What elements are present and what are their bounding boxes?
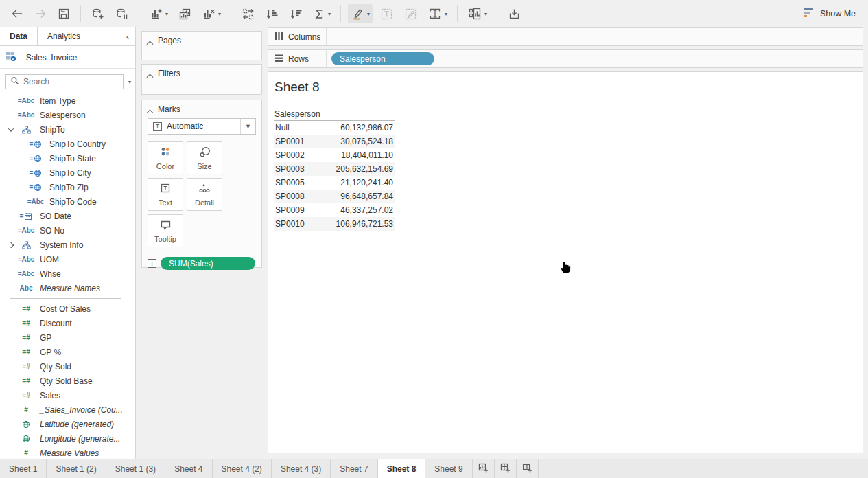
new-dashboard-tab-button[interactable] [495, 459, 517, 478]
globe-eq-icon: = [25, 140, 47, 148]
fit-selector-button[interactable]: ▾ [425, 4, 450, 23]
sheet-tab[interactable]: Sheet 4 (3) [272, 459, 331, 478]
search-input[interactable]: Search [5, 74, 124, 89]
table-row[interactable]: SP0002 18,404,011.10 [274, 148, 395, 162]
field-item[interactable]: =# GP [0, 330, 135, 345]
sheet-tab[interactable]: Sheet 7 [331, 459, 377, 478]
sheet-title: Sheet 8 [268, 72, 863, 95]
field-item[interactable]: =# GP % [0, 345, 135, 359]
presentation-mode-button[interactable] [504, 4, 524, 23]
color-button[interactable]: Color [148, 141, 183, 174]
table-row[interactable]: SP0009 46,337,257.02 [274, 203, 395, 217]
search-options-caret[interactable]: ▾ [128, 79, 131, 85]
field-item[interactable]: = ShipTo Country [0, 137, 135, 151]
table-row[interactable]: SP0001 30,076,524.18 [274, 135, 395, 148]
sheet-tab[interactable]: Sheet 9 [425, 459, 472, 478]
table-row[interactable]: SP0005 21,120,241.40 [274, 176, 395, 190]
collapse-pane-button[interactable]: ‹ [120, 27, 135, 45]
field-item[interactable]: =Abc Item Type [0, 93, 135, 108]
pause-updates-button[interactable] [112, 4, 132, 23]
table-row[interactable]: SP0008 96,648,657.84 [274, 190, 395, 203]
field-item[interactable]: =Abc Whse [0, 266, 135, 281]
field-item[interactable]: = ShipTo Zip [0, 180, 135, 194]
field-item[interactable]: =# Qty Sold [0, 359, 135, 374]
text-label: Text [159, 198, 172, 207]
sheet-tab[interactable]: Sheet 4 (2) [213, 459, 272, 478]
field-item[interactable]: = SO Date [0, 209, 135, 223]
num-eq-icon: =# [15, 319, 37, 327]
totals-button[interactable]: ▾ [310, 4, 333, 23]
new-story-tab-button[interactable] [517, 459, 539, 478]
field-item[interactable]: =Abc ShipTo Code [0, 194, 135, 209]
arrow-right-icon [34, 7, 47, 21]
field-item[interactable]: =Abc UOM [0, 252, 135, 266]
filters-card-header[interactable]: Filters [142, 65, 261, 81]
swap-rows-columns-button[interactable] [238, 4, 258, 23]
field-label: ShipTo Zip [49, 183, 89, 192]
new-datasource-button[interactable] [88, 4, 108, 23]
sheet-canvas[interactable]: Sheet 8 Salesperson Null 60,132,986.07 S… [268, 71, 863, 453]
new-worksheet-button[interactable]: ▾ [146, 4, 171, 23]
field-item[interactable]: # Measure Values [0, 446, 135, 459]
show-me-button[interactable]: Show Me [795, 3, 863, 24]
pages-card-header[interactable]: Pages [142, 32, 261, 48]
size-button[interactable]: Size [187, 141, 222, 174]
rows-shelf[interactable]: Rows Salesperson [268, 49, 863, 68]
show-mark-labels-button[interactable] [377, 4, 397, 23]
mark-labels-icon [379, 7, 394, 21]
sheet-tab[interactable]: Sheet 1 [0, 459, 47, 478]
table-row[interactable]: Null 60,132,986.07 [274, 121, 395, 135]
field-label: Measure Names [40, 284, 100, 293]
detail-button[interactable]: Detail [187, 178, 222, 211]
sum-sales-pill[interactable]: SUM(Sales) [161, 257, 255, 270]
sheet-tab[interactable]: Sheet 8 [378, 459, 426, 478]
sheet-tab[interactable]: Sheet 1 (3) [106, 459, 165, 478]
field-item[interactable]: = ShipTo City [0, 166, 135, 180]
field-item[interactable]: =# Sales [0, 388, 135, 402]
size-label: Size [197, 162, 211, 170]
columns-shelf[interactable]: Columns [268, 27, 863, 46]
table-row[interactable]: SP0003 205,632,154.69 [274, 162, 395, 176]
sort-descending-button[interactable] [286, 4, 306, 23]
field-item[interactable]: Abc Measure Names [0, 281, 135, 295]
field-item[interactable]: # _Sales_Invoice (Cou... [0, 402, 135, 417]
show-hide-cards-button[interactable]: ▾ [465, 4, 490, 23]
search-placeholder: Search [23, 77, 49, 87]
duplicate-sheet-button[interactable] [175, 4, 195, 23]
datasource-item[interactable]: _Sales_Invoice [0, 46, 135, 69]
tab-data[interactable]: Data [0, 27, 38, 45]
field-item[interactable]: ShipTo [0, 122, 135, 137]
tab-analytics[interactable]: Analytics [38, 27, 90, 45]
clear-sheet-button[interactable]: ▾ [199, 4, 224, 23]
field-item[interactable]: =# Cost Of Sales [0, 301, 135, 316]
tooltip-button[interactable]: Tooltip [148, 214, 183, 247]
text-button[interactable]: Text [148, 178, 183, 211]
field-item[interactable]: =Abc SO No [0, 223, 135, 238]
salesperson-pill[interactable]: Salesperson [331, 52, 434, 65]
tooltip-icon [159, 219, 172, 233]
highlight-button[interactable]: ▾ [348, 4, 373, 23]
new-worksheet-tab-button[interactable] [473, 459, 495, 478]
mark-type-dropdown[interactable]: T Automatic ▼ [148, 118, 256, 135]
table-row[interactable]: SP0010 106,946,721.53 [274, 217, 395, 231]
globe-g-icon [15, 420, 37, 429]
crosstab-header[interactable]: Salesperson [274, 108, 395, 121]
undo-button[interactable] [8, 4, 27, 23]
field-item[interactable]: System Info [0, 238, 135, 252]
fix-axes-button[interactable] [401, 4, 421, 23]
field-item[interactable]: Longitude (generate... [0, 431, 135, 446]
sheet-tab-label: Sheet 4 (3) [281, 464, 321, 474]
marks-card-header[interactable]: Marks [142, 100, 261, 117]
row-label: SP0003 [274, 164, 328, 174]
field-item[interactable]: = ShipTo State [0, 151, 135, 166]
sort-ascending-button[interactable] [262, 4, 282, 23]
save-button[interactable] [54, 4, 73, 23]
field-item[interactable]: =# Qty Sold Base [0, 374, 135, 388]
sheet-tab[interactable]: Sheet 4 [165, 459, 212, 478]
field-item[interactable]: Latitude (generated) [0, 417, 135, 431]
sheet-tab[interactable]: Sheet 1 (2) [47, 459, 106, 478]
redo-button[interactable] [31, 4, 50, 23]
sort-descending-icon [289, 7, 303, 21]
field-item[interactable]: =Abc Salesperson [0, 108, 135, 122]
field-item[interactable]: =# Discount [0, 316, 135, 330]
